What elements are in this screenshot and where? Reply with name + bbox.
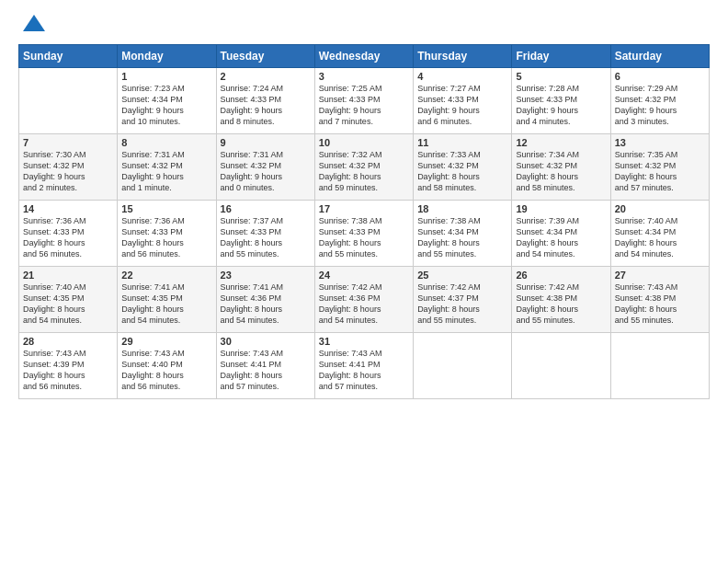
day-number: 18 <box>417 203 507 214</box>
day-number: 31 <box>319 336 409 347</box>
day-info: Sunrise: 7:36 AM Sunset: 4:33 PM Dayligh… <box>121 215 211 260</box>
day-info: Sunrise: 7:43 AM Sunset: 4:41 PM Dayligh… <box>319 348 409 393</box>
calendar-cell: 11Sunrise: 7:33 AM Sunset: 4:32 PM Dayli… <box>414 134 512 201</box>
day-info: Sunrise: 7:38 AM Sunset: 4:34 PM Dayligh… <box>417 215 507 260</box>
calendar-cell: 1Sunrise: 7:23 AM Sunset: 4:34 PM Daylig… <box>118 68 216 134</box>
day-info: Sunrise: 7:29 AM Sunset: 4:32 PM Dayligh… <box>615 83 705 128</box>
calendar-cell: 23Sunrise: 7:41 AM Sunset: 4:36 PM Dayli… <box>216 267 314 333</box>
page-container: SundayMondayTuesdayWednesdayThursdayFrid… <box>0 0 728 408</box>
day-number: 21 <box>23 270 113 281</box>
day-number: 5 <box>516 71 606 82</box>
col-header-tuesday: Tuesday <box>216 45 314 68</box>
calendar-cell: 21Sunrise: 7:40 AM Sunset: 4:35 PM Dayli… <box>19 267 118 333</box>
day-info: Sunrise: 7:43 AM Sunset: 4:39 PM Dayligh… <box>23 348 113 393</box>
calendar-cell: 9Sunrise: 7:31 AM Sunset: 4:32 PM Daylig… <box>216 134 314 201</box>
calendar-cell <box>19 68 118 134</box>
calendar-cell: 22Sunrise: 7:41 AM Sunset: 4:35 PM Dayli… <box>118 267 216 333</box>
day-number: 7 <box>23 137 113 148</box>
calendar-cell: 13Sunrise: 7:35 AM Sunset: 4:32 PM Dayli… <box>610 134 709 201</box>
day-number: 28 <box>23 336 113 347</box>
calendar-cell: 18Sunrise: 7:38 AM Sunset: 4:34 PM Dayli… <box>414 201 512 267</box>
day-info: Sunrise: 7:27 AM Sunset: 4:33 PM Dayligh… <box>417 83 507 128</box>
calendar-cell: 17Sunrise: 7:38 AM Sunset: 4:33 PM Dayli… <box>314 201 413 267</box>
calendar-cell: 8Sunrise: 7:31 AM Sunset: 4:32 PM Daylig… <box>118 134 216 201</box>
day-info: Sunrise: 7:31 AM Sunset: 4:32 PM Dayligh… <box>221 149 311 194</box>
calendar-week-row: 28Sunrise: 7:43 AM Sunset: 4:39 PM Dayli… <box>19 333 710 399</box>
calendar-cell: 19Sunrise: 7:39 AM Sunset: 4:34 PM Dayli… <box>512 201 610 267</box>
header <box>18 15 710 37</box>
calendar-cell: 24Sunrise: 7:42 AM Sunset: 4:36 PM Dayli… <box>314 267 413 333</box>
day-number: 19 <box>516 203 606 214</box>
col-header-wednesday: Wednesday <box>314 45 413 68</box>
calendar-cell: 25Sunrise: 7:42 AM Sunset: 4:37 PM Dayli… <box>414 267 512 333</box>
col-header-saturday: Saturday <box>610 45 709 68</box>
day-number: 29 <box>121 336 211 347</box>
day-number: 2 <box>221 71 311 82</box>
day-info: Sunrise: 7:38 AM Sunset: 4:33 PM Dayligh… <box>319 215 409 260</box>
day-number: 17 <box>319 203 409 214</box>
day-info: Sunrise: 7:43 AM Sunset: 4:41 PM Dayligh… <box>221 348 311 393</box>
svg-marker-0 <box>23 15 45 31</box>
calendar-cell: 31Sunrise: 7:43 AM Sunset: 4:41 PM Dayli… <box>314 333 413 399</box>
calendar-week-row: 1Sunrise: 7:23 AM Sunset: 4:34 PM Daylig… <box>19 68 710 134</box>
col-header-thursday: Thursday <box>414 45 512 68</box>
day-info: Sunrise: 7:25 AM Sunset: 4:33 PM Dayligh… <box>319 83 409 128</box>
day-info: Sunrise: 7:36 AM Sunset: 4:33 PM Dayligh… <box>23 215 113 260</box>
day-info: Sunrise: 7:42 AM Sunset: 4:38 PM Dayligh… <box>516 282 606 327</box>
day-info: Sunrise: 7:35 AM Sunset: 4:32 PM Dayligh… <box>615 149 705 194</box>
day-info: Sunrise: 7:31 AM Sunset: 4:32 PM Dayligh… <box>121 149 211 194</box>
calendar-cell: 3Sunrise: 7:25 AM Sunset: 4:33 PM Daylig… <box>314 68 413 134</box>
col-header-sunday: Sunday <box>19 45 118 68</box>
day-number: 24 <box>319 270 409 281</box>
day-info: Sunrise: 7:33 AM Sunset: 4:32 PM Dayligh… <box>417 149 507 194</box>
day-number: 30 <box>221 336 311 347</box>
day-info: Sunrise: 7:34 AM Sunset: 4:32 PM Dayligh… <box>516 149 606 194</box>
calendar-header-row: SundayMondayTuesdayWednesdayThursdayFrid… <box>19 45 710 68</box>
calendar-cell: 16Sunrise: 7:37 AM Sunset: 4:33 PM Dayli… <box>216 201 314 267</box>
col-header-friday: Friday <box>512 45 610 68</box>
calendar-cell: 30Sunrise: 7:43 AM Sunset: 4:41 PM Dayli… <box>216 333 314 399</box>
day-number: 23 <box>221 270 311 281</box>
calendar-cell: 15Sunrise: 7:36 AM Sunset: 4:33 PM Dayli… <box>118 201 216 267</box>
day-info: Sunrise: 7:40 AM Sunset: 4:35 PM Dayligh… <box>23 282 113 327</box>
calendar-cell: 2Sunrise: 7:24 AM Sunset: 4:33 PM Daylig… <box>216 68 314 134</box>
day-number: 9 <box>221 137 311 148</box>
day-number: 1 <box>121 71 211 82</box>
calendar-cell: 10Sunrise: 7:32 AM Sunset: 4:32 PM Dayli… <box>314 134 413 201</box>
calendar-cell <box>512 333 610 399</box>
calendar-cell: 5Sunrise: 7:28 AM Sunset: 4:33 PM Daylig… <box>512 68 610 134</box>
day-number: 8 <box>121 137 211 148</box>
day-number: 4 <box>417 71 507 82</box>
day-info: Sunrise: 7:37 AM Sunset: 4:33 PM Dayligh… <box>221 215 311 260</box>
calendar-table: SundayMondayTuesdayWednesdayThursdayFrid… <box>18 44 710 399</box>
day-number: 20 <box>615 203 705 214</box>
day-info: Sunrise: 7:41 AM Sunset: 4:36 PM Dayligh… <box>221 282 311 327</box>
calendar-cell: 28Sunrise: 7:43 AM Sunset: 4:39 PM Dayli… <box>19 333 118 399</box>
day-number: 26 <box>516 270 606 281</box>
calendar-week-row: 21Sunrise: 7:40 AM Sunset: 4:35 PM Dayli… <box>19 267 710 333</box>
day-number: 12 <box>516 137 606 148</box>
day-number: 6 <box>615 71 705 82</box>
calendar-cell: 14Sunrise: 7:36 AM Sunset: 4:33 PM Dayli… <box>19 201 118 267</box>
calendar-cell: 12Sunrise: 7:34 AM Sunset: 4:32 PM Dayli… <box>512 134 610 201</box>
day-info: Sunrise: 7:23 AM Sunset: 4:34 PM Dayligh… <box>121 83 211 128</box>
col-header-monday: Monday <box>118 45 216 68</box>
day-number: 25 <box>417 270 507 281</box>
day-info: Sunrise: 7:28 AM Sunset: 4:33 PM Dayligh… <box>516 83 606 128</box>
day-info: Sunrise: 7:24 AM Sunset: 4:33 PM Dayligh… <box>221 83 311 128</box>
calendar-cell: 4Sunrise: 7:27 AM Sunset: 4:33 PM Daylig… <box>414 68 512 134</box>
calendar-cell: 7Sunrise: 7:30 AM Sunset: 4:32 PM Daylig… <box>19 134 118 201</box>
day-number: 11 <box>417 137 507 148</box>
logo-icon <box>21 11 47 37</box>
calendar-cell <box>414 333 512 399</box>
day-number: 3 <box>319 71 409 82</box>
day-info: Sunrise: 7:42 AM Sunset: 4:37 PM Dayligh… <box>417 282 507 327</box>
calendar-cell: 29Sunrise: 7:43 AM Sunset: 4:40 PM Dayli… <box>118 333 216 399</box>
day-number: 10 <box>319 137 409 148</box>
day-number: 14 <box>23 203 113 214</box>
day-info: Sunrise: 7:43 AM Sunset: 4:40 PM Dayligh… <box>121 348 211 393</box>
day-info: Sunrise: 7:40 AM Sunset: 4:34 PM Dayligh… <box>615 215 705 260</box>
day-number: 15 <box>121 203 211 214</box>
calendar-week-row: 7Sunrise: 7:30 AM Sunset: 4:32 PM Daylig… <box>19 134 710 201</box>
calendar-cell: 6Sunrise: 7:29 AM Sunset: 4:32 PM Daylig… <box>610 68 709 134</box>
